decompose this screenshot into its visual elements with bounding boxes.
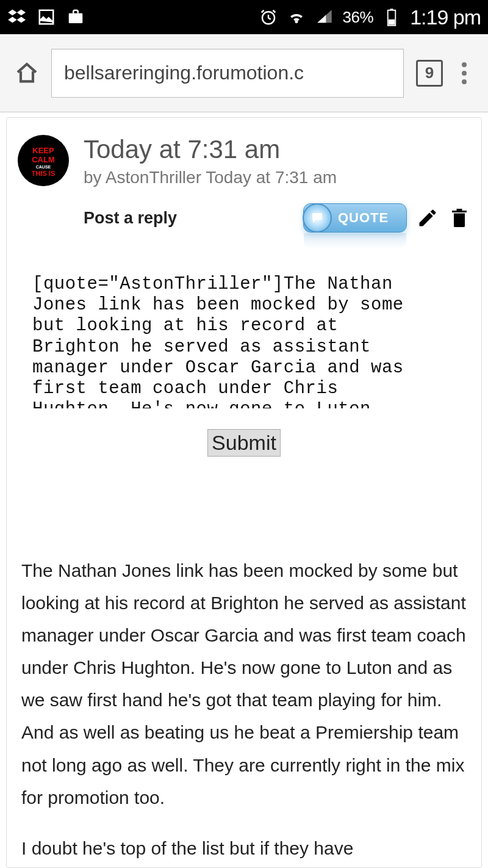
svg-rect-4	[390, 9, 393, 10]
submit-button[interactable]: Submit	[207, 429, 281, 457]
tab-count-value: 9	[425, 63, 434, 82]
home-icon[interactable]	[15, 61, 39, 85]
battery-icon	[382, 7, 401, 27]
svg-rect-5	[389, 20, 395, 25]
battery-percent: 36%	[343, 8, 374, 27]
post-body-cutoff: I doubt he's top of the list but if they…	[18, 838, 470, 859]
url-text: bellsareringing.forumotion.c	[64, 62, 304, 84]
edit-icon[interactable]	[417, 207, 439, 229]
post-byline: by AstonThriller Today at 7:31 am	[84, 168, 470, 187]
avatar[interactable]: KEEP CALM CAUSE THIS IS	[18, 135, 69, 186]
dropbox-icon	[7, 7, 27, 27]
wifi-icon	[287, 7, 306, 27]
briefcase-icon	[66, 7, 85, 27]
svg-rect-1	[69, 13, 83, 23]
signal-icon	[315, 7, 334, 27]
url-input[interactable]: bellsareringing.forumotion.c	[51, 49, 404, 98]
browser-toolbar: bellsareringing.forumotion.c 9	[0, 34, 488, 112]
clock: 1:19 pm	[410, 5, 481, 29]
post-title: Today at 7:31 am	[84, 135, 470, 164]
quote-button[interactable]: QUOTE	[303, 203, 407, 233]
tabs-button[interactable]: 9	[416, 60, 443, 87]
android-status-bar: 36% 1:19 pm	[0, 0, 488, 34]
quote-bubble-icon	[303, 203, 332, 233]
image-icon	[37, 7, 56, 27]
reply-textarea[interactable]	[29, 274, 425, 408]
quote-button-label: QUOTE	[338, 210, 389, 226]
post-body: The Nathan Jones link has been mocked by…	[18, 554, 470, 814]
overflow-menu-icon[interactable]	[455, 62, 473, 84]
post-reply-label[interactable]: Post a reply	[84, 209, 177, 228]
alarm-icon	[259, 7, 278, 27]
forum-post-card: KEEP CALM CAUSE THIS IS Today at 7:31 am…	[6, 117, 482, 868]
delete-icon[interactable]	[448, 207, 470, 229]
